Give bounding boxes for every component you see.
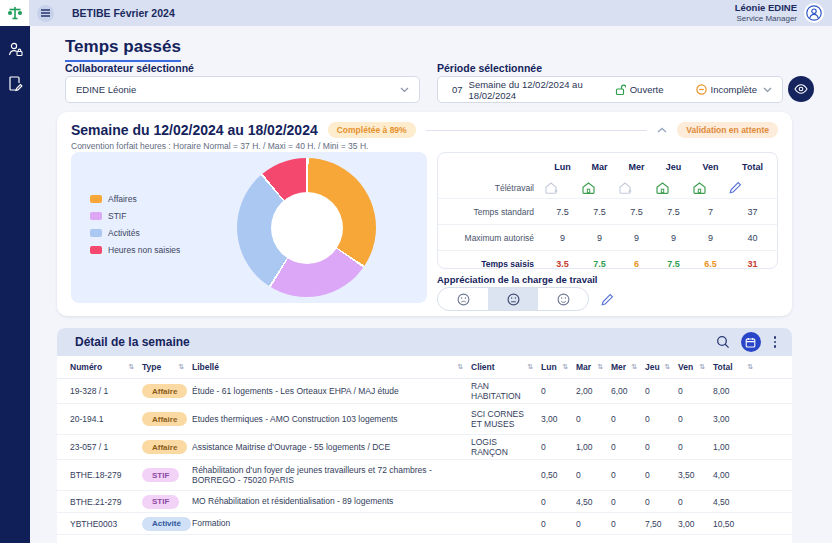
period-select[interactable]: 07 Semaine du 12/02/2024 au 18/02/2024 O… <box>437 76 783 103</box>
person-icon <box>806 5 822 21</box>
legend-label: Activités <box>108 228 140 238</box>
detail-header-bar: Détail de la semaine <box>57 328 792 356</box>
type-badge: Affaire <box>142 412 187 426</box>
week-hours-table: Lun Mar Mer Jeu Ven Total Télétravail Te… <box>437 152 778 269</box>
breadcrumb-brand: BETIBE Février 2024 <box>72 7 175 19</box>
home-active-icon[interactable] <box>692 181 729 195</box>
cell-numero: BTHE.21-279 <box>70 497 142 507</box>
more-options-button[interactable] <box>772 334 779 350</box>
table-row[interactable]: YBTHE0003 Activité Formation 0 0 0 7,50 … <box>57 513 792 535</box>
cell-client: LOGIS RANÇON <box>471 437 541 457</box>
chevron-up-icon <box>657 127 667 133</box>
sort-jeu[interactable]: Jeu⇅ <box>645 362 678 372</box>
col-total: Total <box>729 162 776 172</box>
edit-workload-button[interactable] <box>601 293 614 306</box>
standard-hours-row: Temps standard 7.5 7.5 7.5 7.5 7 37 <box>438 199 777 225</box>
max-hours-row: Maximum autorisé 9 9 9 9 9 40 <box>438 225 777 251</box>
sort-libelle[interactable]: Libellé⇅ <box>192 362 471 372</box>
sort-total[interactable]: Total⇅ <box>713 362 761 372</box>
workload-neutral-button[interactable] <box>488 288 538 310</box>
home-add-icon[interactable] <box>544 181 581 195</box>
legend-item: Affaires <box>90 194 180 204</box>
summary-header-row: Lun Mar Mer Jeu Ven Total <box>438 156 777 177</box>
home-add-icon[interactable] <box>618 181 655 195</box>
neutral-face-icon <box>507 293 520 306</box>
hamburger-icon <box>41 9 50 17</box>
cell-libelle: Etudes thermiques - AMO Construction 103… <box>192 414 471 424</box>
validation-status-badge: Validation en attente <box>677 122 778 138</box>
planning-button[interactable] <box>741 332 761 352</box>
period-label: Période sélectionnée <box>437 62 542 74</box>
week-donut-chart-panel: Affaires STIF Activités Heures non saisi… <box>71 152 427 303</box>
period-status-open: Ouverte <box>630 84 664 95</box>
cell-client: SCI CORNES ET MUSES <box>471 409 541 429</box>
type-badge: Activité <box>142 517 191 531</box>
workload-happy-button[interactable] <box>538 288 588 310</box>
sort-numero[interactable]: Numéro⇅ <box>70 362 142 372</box>
sort-mar[interactable]: Mar⇅ <box>576 362 611 372</box>
table-row[interactable]: 19-328 / 1 Affaire Étude - 61 logements … <box>57 379 792 404</box>
table-row[interactable]: BTHE.21-279 STIF MO Réhabilitation et ré… <box>57 491 792 513</box>
col-jeu: Jeu <box>655 162 692 172</box>
sidebar-item-time-entry[interactable] <box>6 74 24 92</box>
teletravail-row: Télétravail <box>438 177 777 199</box>
legend-label: STIF <box>108 211 126 221</box>
calendar-icon <box>745 337 756 348</box>
legend-label: Heures non saisies <box>108 245 180 255</box>
teletravail-label: Télétravail <box>444 183 544 193</box>
col-mer: Mer <box>618 162 655 172</box>
chart-legend: Affaires STIF Activités Heures non saisi… <box>90 194 180 255</box>
cell-numero: 20-194.1 <box>70 414 142 424</box>
home-active-icon[interactable] <box>655 181 692 195</box>
legend-swatch <box>90 229 102 237</box>
edit-teletravail-button[interactable] <box>729 181 776 194</box>
sort-ven[interactable]: Ven⇅ <box>678 362 713 372</box>
sidebar-item-collaborators[interactable] <box>6 40 24 58</box>
collaborator-select[interactable]: EDINE Léonie <box>65 76 420 103</box>
sort-type[interactable]: Type⇅ <box>142 362 192 372</box>
entered-hours-row: Temps saisis 3.5 7.5 6 7.5 6.5 31 <box>438 251 777 269</box>
table-row[interactable]: BTHE.18-279 STIF Réhabilitation d'un foy… <box>57 460 792 491</box>
type-badge: STIF <box>142 468 179 482</box>
menu-hamburger-button[interactable] <box>37 5 54 22</box>
workload-sad-button[interactable] <box>438 288 488 310</box>
detail-title: Détail de la semaine <box>75 335 190 349</box>
legend-swatch <box>90 212 102 220</box>
user-role: Service Manager <box>735 14 797 23</box>
week-detail-section: Détail de la semaine Numéro⇅ <box>57 328 792 543</box>
period-status-completion: Incomplète <box>711 84 757 95</box>
sort-lun[interactable]: Lun⇅ <box>541 362 576 372</box>
home-active-icon[interactable] <box>581 181 618 195</box>
main-content: Temps passés Collaborateur sélectionné P… <box>30 26 832 543</box>
sidebar-nav <box>0 26 30 543</box>
collapse-week-button[interactable] <box>657 127 667 133</box>
app-logo[interactable] <box>0 0 29 26</box>
cell-numero: 19-328 / 1 <box>70 386 142 396</box>
period-value: Semaine du 12/02/2024 au 18/02/2024 <box>469 79 601 101</box>
workload-rating-control <box>437 287 589 311</box>
sort-client[interactable]: Client⇅ <box>471 362 541 372</box>
user-avatar[interactable] <box>804 3 824 23</box>
max-label: Maximum autorisé <box>444 233 544 243</box>
cell-libelle: Formation <box>192 518 471 528</box>
sort-mer[interactable]: Mer⇅ <box>611 362 645 372</box>
cell-libelle: Assistance Maitrise d'Ouvrage - 55 logem… <box>192 442 471 452</box>
col-lun: Lun <box>544 162 581 172</box>
lock-open-icon <box>615 84 626 96</box>
cell-numero: YBTHE0003 <box>70 519 142 529</box>
search-button[interactable] <box>716 335 730 349</box>
period-number: 07 <box>452 84 463 95</box>
type-badge: STIF <box>142 495 179 509</box>
sad-face-icon <box>457 293 470 306</box>
week-summary-card: Semaine du 12/02/2024 au 18/02/2024 Comp… <box>57 112 792 316</box>
type-badge: Affaire <box>142 440 187 454</box>
happy-face-icon <box>557 293 570 306</box>
person-lock-icon <box>7 41 24 58</box>
legend-label: Affaires <box>108 194 137 204</box>
preview-week-button[interactable] <box>788 76 814 102</box>
standard-label: Temps standard <box>444 207 544 217</box>
table-row[interactable]: 23-057 / 1 Affaire Assistance Maitrise d… <box>57 435 792 460</box>
scales-logo-icon <box>7 5 23 21</box>
table-row[interactable]: 20-194.1 Affaire Etudes thermiques - AMO… <box>57 404 792 435</box>
incomplete-icon <box>696 84 707 95</box>
